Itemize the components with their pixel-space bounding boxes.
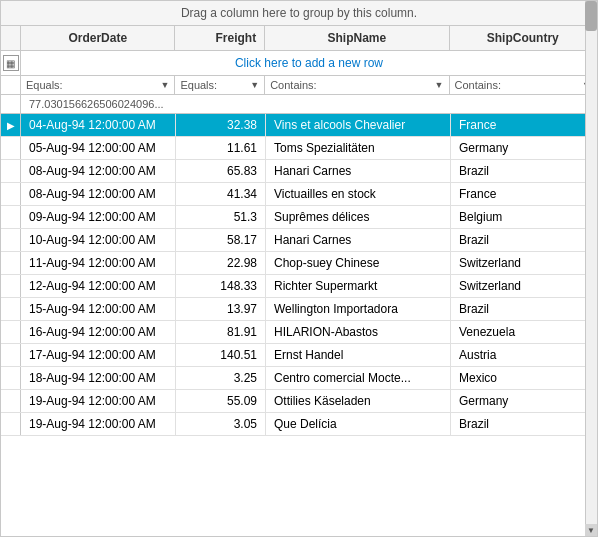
table-row[interactable]: 19-Aug-94 12:00:00 AM55.09Ottilies Käsel… [1, 390, 597, 413]
table-row[interactable]: ▶04-Aug-94 12:00:00 AM32.38Vins et alcoo… [1, 114, 597, 137]
cell-orderdate: 10-Aug-94 12:00:00 AM [21, 229, 176, 251]
cell-freight: 81.91 [176, 321, 266, 343]
cell-shipname: Chop-suey Chinese [266, 252, 451, 274]
col-header-shipcountry[interactable]: ShipCountry [450, 26, 597, 50]
row-indicator [1, 229, 21, 251]
table-row[interactable]: 16-Aug-94 12:00:00 AM81.91HILARION-Abast… [1, 321, 597, 344]
cell-shipname: Suprêmes délices [266, 206, 451, 228]
cell-orderdate: 15-Aug-94 12:00:00 AM [21, 298, 176, 320]
cell-orderdate: 09-Aug-94 12:00:00 AM [21, 206, 176, 228]
cell-freight: 11.61 [176, 137, 266, 159]
table-row[interactable]: 09-Aug-94 12:00:00 AM51.3Suprêmes délice… [1, 206, 597, 229]
cell-shipname: Ernst Handel [266, 344, 451, 366]
cell-shipname: Toms Spezialitäten [266, 137, 451, 159]
cell-shipname: Victuailles en stock [266, 183, 451, 205]
filter-shipcountry-label: Contains: [455, 79, 501, 91]
scroll-thumb[interactable] [585, 1, 597, 31]
cell-shipcountry: Brazil [451, 298, 597, 320]
cell-freight: 3.05 [176, 413, 266, 435]
row-indicator [1, 367, 21, 389]
drag-hint-text: Drag a column here to group by this colu… [181, 6, 417, 20]
row-indicator [1, 275, 21, 297]
add-row-bar: ▦ Click here to add a new row [1, 51, 597, 76]
row-indicator [1, 183, 21, 205]
cell-shipname: Richter Supermarkt [266, 275, 451, 297]
col-header-freight[interactable]: Freight [175, 26, 265, 50]
table-row[interactable]: 17-Aug-94 12:00:00 AM140.51Ernst HandelA… [1, 344, 597, 367]
cell-shipcountry: Venezuela [451, 321, 597, 343]
table-row[interactable]: 10-Aug-94 12:00:00 AM58.17Hanari CarnesB… [1, 229, 597, 252]
filter-shipcountry[interactable]: Contains: ▼ [450, 76, 598, 94]
filter-shipname[interactable]: Contains: ▼ [265, 76, 449, 94]
cell-orderdate: 19-Aug-94 12:00:00 AM [21, 390, 176, 412]
cell-freight: 58.17 [176, 229, 266, 251]
cell-orderdate: 19-Aug-94 12:00:00 AM [21, 413, 176, 435]
cell-orderdate: 08-Aug-94 12:00:00 AM [21, 160, 176, 182]
add-row-indicator: ▦ [1, 51, 21, 75]
search-value-cell[interactable]: 77.030156626506024096... [21, 95, 597, 113]
filter-shipname-dropdown-icon[interactable]: ▼ [435, 80, 444, 90]
cell-freight: 140.51 [176, 344, 266, 366]
table-row[interactable]: 11-Aug-94 12:00:00 AM22.98Chop-suey Chin… [1, 252, 597, 275]
cell-orderdate: 11-Aug-94 12:00:00 AM [21, 252, 176, 274]
data-grid: Drag a column here to group by this colu… [0, 0, 598, 537]
cell-shipcountry: Brazil [451, 160, 597, 182]
scroll-down-button[interactable]: ▼ [585, 524, 597, 536]
cell-shipname: Hanari Carnes [266, 160, 451, 182]
cell-orderdate: 16-Aug-94 12:00:00 AM [21, 321, 176, 343]
table-row[interactable]: 05-Aug-94 12:00:00 AM11.61Toms Spezialit… [1, 137, 597, 160]
cell-orderdate: 17-Aug-94 12:00:00 AM [21, 344, 176, 366]
filter-shipname-label: Contains: [270, 79, 316, 91]
row-indicator [1, 298, 21, 320]
add-new-row-link[interactable]: Click here to add a new row [21, 51, 597, 75]
cell-shipcountry: Belgium [451, 206, 597, 228]
data-body: ▶04-Aug-94 12:00:00 AM32.38Vins et alcoo… [1, 114, 597, 536]
cell-shipcountry: Switzerland [451, 252, 597, 274]
table-row[interactable]: 19-Aug-94 12:00:00 AM3.05Que DelíciaBraz… [1, 413, 597, 436]
filter-orderdate[interactable]: Equals: ▼ [21, 76, 175, 94]
cell-freight: 55.09 [176, 390, 266, 412]
cell-shipname: Que Delícia [266, 413, 451, 435]
filter-indicator-col [1, 76, 21, 94]
cell-shipcountry: Switzerland [451, 275, 597, 297]
filter-freight-dropdown-icon[interactable]: ▼ [250, 80, 259, 90]
table-row[interactable]: 15-Aug-94 12:00:00 AM13.97Wellington Imp… [1, 298, 597, 321]
cell-orderdate: 05-Aug-94 12:00:00 AM [21, 137, 176, 159]
filter-row: Equals: ▼ Equals: ▼ Contains: ▼ Contains… [1, 76, 597, 95]
cell-shipname: Wellington Importadora [266, 298, 451, 320]
cell-freight: 13.97 [176, 298, 266, 320]
cell-orderdate: 18-Aug-94 12:00:00 AM [21, 367, 176, 389]
cell-freight: 41.34 [176, 183, 266, 205]
filter-freight[interactable]: Equals: ▼ [175, 76, 265, 94]
table-row[interactable]: 08-Aug-94 12:00:00 AM65.83Hanari CarnesB… [1, 160, 597, 183]
cell-shipcountry: Austria [451, 344, 597, 366]
cell-shipname: Ottilies Käseladen [266, 390, 451, 412]
table-row[interactable]: 12-Aug-94 12:00:00 AM148.33Richter Super… [1, 275, 597, 298]
cell-shipcountry: Brazil [451, 229, 597, 251]
table-row[interactable]: 08-Aug-94 12:00:00 AM41.34Victuailles en… [1, 183, 597, 206]
vertical-scrollbar[interactable]: ▲ ▼ [585, 1, 597, 536]
row-selected-arrow-icon: ▶ [7, 120, 15, 131]
table-row[interactable]: 18-Aug-94 12:00:00 AM3.25Centro comercia… [1, 367, 597, 390]
search-row-indicator [1, 95, 21, 113]
cell-orderdate: 12-Aug-94 12:00:00 AM [21, 275, 176, 297]
drag-group-header: Drag a column here to group by this colu… [1, 1, 597, 26]
row-indicator [1, 252, 21, 274]
cell-shipcountry: Germany [451, 390, 597, 412]
cell-orderdate: 08-Aug-94 12:00:00 AM [21, 183, 176, 205]
cell-shipcountry: France [451, 114, 597, 136]
cell-freight: 65.83 [176, 160, 266, 182]
filter-orderdate-dropdown-icon[interactable]: ▼ [161, 80, 170, 90]
col-header-orderdate[interactable]: OrderDate [21, 26, 175, 50]
cell-freight: 51.3 [176, 206, 266, 228]
row-indicator [1, 344, 21, 366]
col-header-shipname[interactable]: ShipName [265, 26, 449, 50]
header-indicator-col [1, 26, 21, 50]
row-indicator [1, 413, 21, 435]
column-header-row: OrderDate Freight ShipName ShipCountry [1, 26, 597, 51]
cell-shipcountry: Brazil [451, 413, 597, 435]
filter-freight-label: Equals: [180, 79, 217, 91]
cell-shipname: HILARION-Abastos [266, 321, 451, 343]
cell-orderdate: 04-Aug-94 12:00:00 AM [21, 114, 176, 136]
cell-freight: 22.98 [176, 252, 266, 274]
